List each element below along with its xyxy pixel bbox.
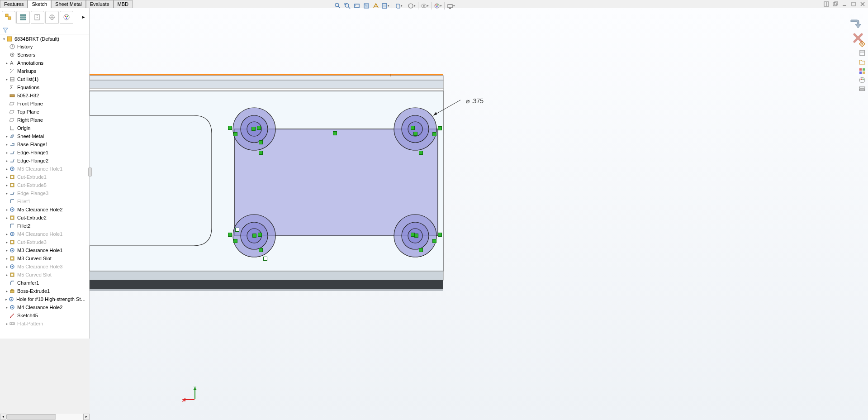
tab-sketch[interactable]: Sketch [28,0,51,8]
file-explorer-icon[interactable] [858,58,866,66]
feature-tree-tab-icon[interactable] [2,11,15,24]
relation-horizontal-icon[interactable] [333,131,337,135]
relation-coincident-icon[interactable] [233,239,237,243]
dynamic-annotation-icon[interactable] [372,2,380,10]
expand-toggle-icon[interactable]: ▸ [5,232,9,236]
panel-splitter[interactable] [88,167,92,177]
feature-tree-item[interactable]: ▸Edge-Flange2 [0,157,89,165]
relation-horizontal-icon[interactable] [257,126,261,130]
relation-coincident-icon[interactable] [413,132,417,136]
exit-sketch-icon[interactable] [848,18,861,31]
expand-toggle-icon[interactable]: ▸ [5,143,9,147]
view-settings-icon[interactable] [381,2,389,10]
scroll-track[interactable] [6,414,83,420]
expand-toggle-icon[interactable]: ▸ [5,191,9,196]
display-style-icon[interactable] [408,2,416,10]
orientation-triad[interactable]: Y X [185,388,199,403]
feature-tree-item[interactable]: Front Plane [0,100,89,108]
feature-tree-item[interactable]: ▸M4 Clearance Hole1 [0,230,89,238]
relation-coincident-icon[interactable] [252,234,256,238]
feature-tree-item[interactable]: ΣEquations [0,83,89,91]
maximize-icon[interactable] [850,1,857,7]
view-palette-icon[interactable] [858,67,866,75]
graphics-viewport[interactable]: ⌀ .375 Y X [90,8,868,420]
scroll-right-icon[interactable]: ▸ [83,414,90,420]
cascade-window-icon[interactable] [832,1,839,7]
feature-tree-item[interactable]: Top Plane [0,108,89,116]
feature-tree-item[interactable]: ▸Cut list(1) [0,75,89,83]
scroll-thumb[interactable] [6,414,56,420]
feature-tree-item[interactable]: ▸Cut-Extrude2 [0,214,89,222]
tab-sheet-metal[interactable]: Sheet Metal [51,0,86,8]
relation-equal-icon[interactable] [419,151,423,155]
feature-tree-item[interactable]: Fillet2 [0,222,89,230]
feature-tree-item[interactable]: ▸Cut-Extrude1 [0,173,89,181]
relation-equal-icon[interactable] [259,151,263,155]
relation-horizontal-icon[interactable] [228,233,232,237]
close-icon[interactable] [859,1,866,7]
feature-tree-item[interactable]: 5052-H32 [0,91,89,100]
expand-toggle-icon[interactable]: ▸ [5,273,9,277]
configuration-manager-tab-icon[interactable] [31,11,44,24]
expand-toggle-icon[interactable]: ▸ [5,305,9,310]
previous-view-icon[interactable] [353,2,361,10]
feature-tree-item[interactable]: ▸AAnnotations [0,59,89,67]
expand-toggle-icon[interactable]: ▸ [5,151,9,155]
expand-toggle-icon[interactable]: ▸ [5,175,9,179]
feature-tree-item[interactable]: Chamfer1 [0,279,89,287]
tab-evaluate[interactable]: Evaluate [86,0,114,8]
feature-tree-item[interactable]: ▸Cut-Extrude3 [0,238,89,246]
hide-show-items-icon[interactable] [421,2,429,10]
feature-tree-item[interactable]: Sketch45 [0,311,89,320]
feature-tree[interactable]: ▾ 6834BRKT (Default) HistorySensors▸AAnn… [0,34,89,339]
relation-coincident-icon[interactable] [432,239,436,243]
expand-toggle-icon[interactable]: ▸ [5,297,8,301]
feature-tree-item[interactable]: ▸M3 Clearance Hole1 [0,246,89,254]
feature-tree-root[interactable]: ▾ 6834BRKT (Default) [0,35,89,43]
tab-mbd[interactable]: MBD [114,0,133,8]
tile-window-icon[interactable] [823,1,830,7]
expand-toggle-icon[interactable]: ▸ [5,248,9,253]
feature-tree-item[interactable]: ▸Edge-Flange1 [0,148,89,157]
feature-tree-item[interactable]: ▸M5 Curved Slot [0,271,89,279]
expand-toggle-icon[interactable]: ▸ [5,289,9,293]
feature-tree-item[interactable]: ▸Edge-Flange3 [0,189,89,197]
scroll-left-icon[interactable]: ◂ [0,414,6,420]
feature-tree-item[interactable]: ▸M3 Curved Slot [0,254,89,262]
dimxpert-manager-tab-icon[interactable] [45,11,59,24]
feature-tree-item[interactable]: Right Plane [0,116,89,124]
relation-tangent-icon[interactable] [235,228,239,232]
expand-toggle-icon[interactable]: ▸ [5,159,9,163]
view-orientation-icon[interactable] [394,2,403,10]
apply-scene-icon[interactable] [447,2,455,10]
feature-tree-item[interactable]: ▸Boss-Extrude1 [0,287,89,295]
expand-toggle-icon[interactable]: ▸ [5,134,9,138]
feature-tree-item[interactable]: ▸Base-Flange1 [0,140,89,148]
feature-tree-item[interactable]: Sensors [0,51,89,59]
panel-collapse-icon[interactable]: ▸ [80,14,87,21]
expand-toggle-icon[interactable]: ▸ [5,183,9,187]
relation-coincident-icon[interactable] [432,132,436,136]
feature-tree-item[interactable]: ▸Sheet-Metal [0,132,89,140]
relation-equal-icon[interactable] [419,248,423,252]
feature-tree-item[interactable]: ▸Cut-Extrude5 [0,181,89,189]
feature-tree-item[interactable]: History [0,43,89,51]
feature-filter-bar[interactable] [0,26,89,34]
expand-toggle-icon[interactable]: ▸ [5,240,9,244]
relation-coincident-icon[interactable] [233,132,237,136]
feature-tree-item[interactable]: Origin [0,124,89,132]
feature-tree-h-scrollbar[interactable]: ◂ ▸ [0,413,90,420]
solidworks-resources-icon[interactable] [858,40,866,48]
expand-toggle-icon[interactable]: ▸ [5,257,9,261]
feature-tree-item[interactable]: ▸M5 Clearance Hole2 [0,205,89,214]
relation-equal-icon[interactable] [259,248,263,252]
expand-toggle-icon[interactable]: ▸ [5,167,9,171]
relation-horizontal-icon[interactable] [411,126,415,130]
feature-tree-item[interactable]: ▸Hole for #10 High-strength Studs (HX-… [0,295,89,303]
expand-toggle-icon[interactable]: ▸ [5,61,9,65]
feature-tree-item[interactable]: Markups [0,67,89,75]
expand-toggle-icon[interactable]: ▸ [5,322,9,326]
zoom-to-fit-icon[interactable] [334,2,342,10]
design-library-icon[interactable] [858,49,866,57]
relation-coincident-icon[interactable] [414,234,418,238]
